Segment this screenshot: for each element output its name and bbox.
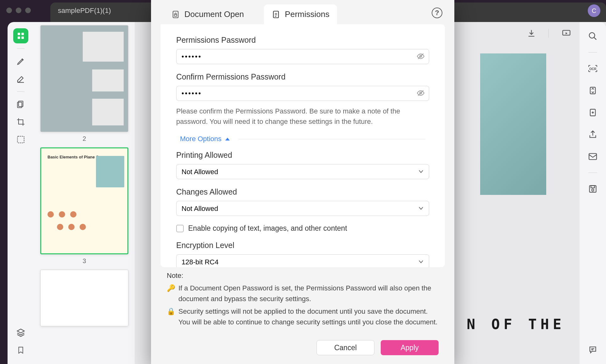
svg-point-15 bbox=[592, 189, 594, 191]
minimize-window-button[interactable] bbox=[16, 8, 21, 13]
close-window-button[interactable] bbox=[6, 8, 12, 13]
redact-tool[interactable] bbox=[13, 132, 28, 147]
comment-icon bbox=[588, 345, 598, 354]
ocr-icon: OCR bbox=[588, 64, 598, 73]
field-label: Encryption Level bbox=[176, 241, 429, 250]
eye-off-icon bbox=[417, 53, 425, 60]
tab-label: Permissions bbox=[285, 9, 329, 19]
document-permissions-icon bbox=[272, 10, 280, 19]
save-icon bbox=[588, 185, 597, 193]
save-button[interactable] bbox=[587, 183, 599, 195]
user-avatar[interactable]: C bbox=[588, 4, 600, 17]
printing-allowed-field: Printing Allowed Not Allowed bbox=[176, 151, 429, 179]
divider bbox=[548, 29, 549, 38]
note-section: Note: 🔑 If a Document Open Password is s… bbox=[151, 267, 454, 336]
encryption-level-field: Encryption Level 128-bit RC4 bbox=[176, 241, 429, 267]
search-icon bbox=[588, 31, 598, 41]
more-options-toggle[interactable]: More Options bbox=[176, 135, 429, 143]
share-icon bbox=[588, 130, 597, 139]
bookmark-tool[interactable] bbox=[13, 343, 28, 358]
thumbnail-page-3[interactable]: Basic Elements of Plane Space 3 bbox=[40, 147, 128, 265]
convert-icon bbox=[588, 86, 597, 95]
convert-button[interactable] bbox=[587, 85, 599, 97]
note-title: Note: bbox=[167, 272, 439, 280]
thumbnail-page-4[interactable] bbox=[40, 270, 128, 326]
add-page-icon bbox=[588, 108, 597, 117]
document-lock-icon bbox=[171, 10, 180, 19]
thumbnail-preview: Basic Elements of Plane Space bbox=[40, 147, 128, 254]
tab-document-open[interactable]: Document Open bbox=[164, 4, 251, 24]
printing-allowed-select[interactable]: Not Allowed bbox=[176, 164, 429, 179]
search-button[interactable] bbox=[587, 30, 599, 42]
note-line-2: 🔒 Security settings will not be applied … bbox=[167, 306, 439, 328]
document-image bbox=[480, 53, 546, 195]
svg-rect-0 bbox=[18, 33, 20, 35]
thumbnail-page-2[interactable]: 2 bbox=[40, 25, 128, 142]
divider bbox=[17, 48, 25, 49]
redact-icon bbox=[16, 135, 25, 144]
divider bbox=[588, 173, 597, 173]
enable-copying-checkbox-row[interactable]: Enable copying of text, images, and othe… bbox=[176, 224, 429, 233]
presentation-button[interactable] bbox=[561, 29, 571, 38]
document-text-fragment: N OF THE bbox=[467, 316, 565, 333]
comment-button[interactable] bbox=[587, 344, 599, 356]
encryption-level-select[interactable]: 128-bit RC4 bbox=[176, 254, 429, 267]
more-options-label: More Options bbox=[180, 135, 222, 143]
field-label: Confirm Permissions Password bbox=[176, 72, 429, 81]
enable-copying-checkbox[interactable] bbox=[176, 225, 184, 232]
thumbnail-page-number: 3 bbox=[40, 257, 128, 265]
confirm-password-field: Confirm Permissions Password Please conf… bbox=[176, 72, 429, 127]
dialog-actions: Cancel Apply bbox=[151, 336, 454, 364]
annotate-tool[interactable] bbox=[13, 71, 28, 86]
svg-rect-3 bbox=[21, 36, 24, 39]
crop-tool[interactable] bbox=[13, 114, 28, 130]
cancel-button[interactable]: Cancel bbox=[317, 340, 374, 355]
bookmark-icon bbox=[17, 345, 25, 355]
pages-tool[interactable] bbox=[13, 97, 28, 112]
toggle-password-visibility[interactable] bbox=[417, 53, 425, 60]
thumbnail-page-number: 2 bbox=[40, 135, 128, 142]
traffic-lights bbox=[6, 8, 31, 13]
apply-button[interactable]: Apply bbox=[381, 340, 439, 355]
svg-rect-18 bbox=[273, 11, 278, 18]
dialog-tabs: Document Open Permissions ? bbox=[151, 0, 454, 24]
svg-rect-1 bbox=[21, 33, 24, 35]
divider bbox=[238, 139, 425, 139]
add-page-button[interactable] bbox=[587, 107, 599, 119]
svg-point-8 bbox=[589, 33, 595, 38]
fullscreen-window-button[interactable] bbox=[25, 8, 31, 13]
svg-rect-17 bbox=[175, 14, 177, 16]
crop-icon bbox=[16, 118, 25, 126]
confirm-password-input[interactable] bbox=[176, 86, 429, 101]
thumbnails-tool[interactable] bbox=[13, 28, 28, 43]
changes-allowed-select[interactable]: Not Allowed bbox=[176, 201, 429, 216]
ocr-button[interactable]: OCR bbox=[587, 63, 599, 74]
permissions-password-input[interactable] bbox=[176, 49, 429, 64]
eye-off-icon bbox=[417, 90, 425, 97]
dialog-body: Permissions Password Confirm Permissions… bbox=[160, 24, 445, 267]
email-button[interactable] bbox=[587, 151, 599, 163]
checkbox-label: Enable copying of text, images, and othe… bbox=[188, 224, 347, 233]
download-button[interactable] bbox=[527, 29, 536, 38]
thumbnail-preview bbox=[40, 25, 128, 132]
highlighter-tool[interactable] bbox=[13, 54, 28, 69]
divider bbox=[17, 91, 25, 92]
left-toolbar bbox=[8, 22, 34, 364]
highlighter-icon bbox=[16, 57, 25, 66]
svg-rect-2 bbox=[18, 36, 20, 39]
help-button[interactable]: ? bbox=[432, 8, 442, 18]
note-text: If a Document Open Password is set, the … bbox=[178, 283, 439, 304]
layers-tool[interactable] bbox=[13, 325, 28, 340]
presentation-icon bbox=[561, 29, 571, 38]
toggle-password-visibility[interactable] bbox=[417, 90, 425, 97]
share-button[interactable] bbox=[587, 129, 599, 141]
svg-rect-14 bbox=[591, 186, 595, 188]
note-line-1: 🔑 If a Document Open Password is set, th… bbox=[167, 283, 439, 304]
tab-permissions[interactable]: Permissions bbox=[264, 4, 337, 24]
pages-icon bbox=[16, 100, 25, 109]
lock-icon: 🔒 bbox=[167, 306, 175, 328]
helper-text: Please confirm the Permissions Password.… bbox=[176, 106, 429, 127]
key-icon: 🔑 bbox=[167, 283, 175, 304]
permissions-password-field: Permissions Password bbox=[176, 36, 429, 64]
field-label: Changes Allowed bbox=[176, 187, 429, 196]
